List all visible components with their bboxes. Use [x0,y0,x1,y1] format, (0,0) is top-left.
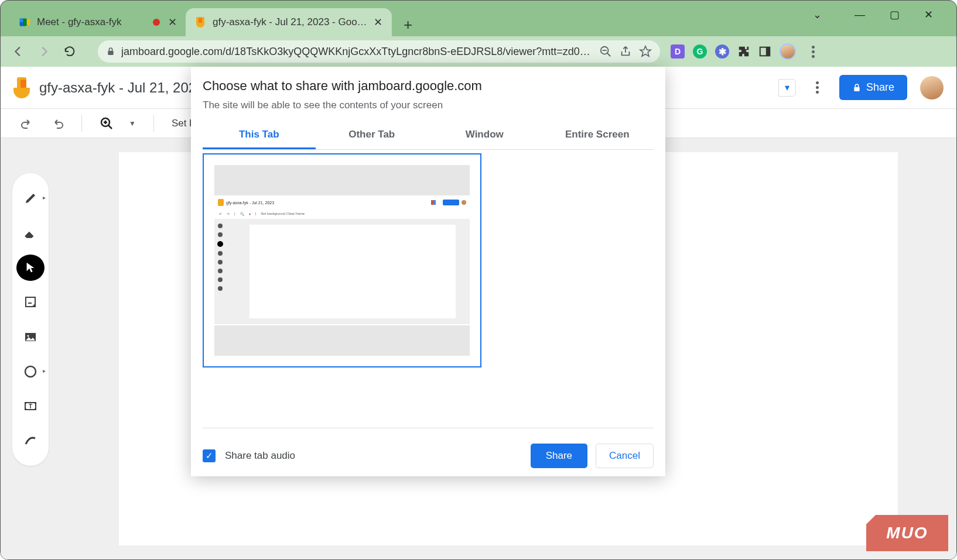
bookmark-star-icon[interactable] [639,45,652,58]
svg-rect-2 [20,22,23,26]
preview-area: gfy-asxa-fyk - Jul 21, 2023 ↶↷|🔍▾| Set b… [203,150,654,428]
share-audio-checkbox[interactable]: ✓ [203,449,216,462]
preview-body [214,219,470,324]
meet-favicon-icon [18,16,31,29]
svg-text:T: T [29,403,32,410]
dialog-cancel-button[interactable]: Cancel [596,444,654,468]
zoom-tool-icon[interactable] [100,116,114,130]
tab-title: gfy-asxa-fyk - Jul 21, 2023 - Goo… [213,16,367,28]
extensions-row: D G ✱ [671,43,822,60]
close-icon[interactable]: ✕ [924,8,933,21]
svg-rect-9 [854,87,859,91]
tab-window[interactable]: Window [428,122,541,149]
jamboard-favicon-icon [194,16,207,29]
svg-rect-22 [25,408,26,410]
tab-entire-screen[interactable]: Entire Screen [541,122,654,149]
svg-line-11 [108,125,112,129]
tab-other-tab[interactable]: Other Tab [316,122,429,149]
url-text: jamboard.google.com/d/18TsKkO3kyQQQWKKnj… [121,46,590,58]
preview-header: gfy-asxa-fyk - Jul 21, 2023 [214,197,470,208]
tab-close-icon[interactable]: ✕ [373,17,384,28]
lock-icon[interactable] [106,46,115,57]
muo-watermark: MUO [866,515,948,551]
zoom-icon[interactable] [599,45,612,58]
window-controls: ⌄ — ▢ ✕ [813,1,956,29]
tab-jamboard[interactable]: gfy-asxa-fyk - Jul 21, 2023 - Goo… ✕ [186,8,392,36]
dialog-footer: ✓ Share tab audio Share Cancel [203,428,654,468]
preview-title: gfy-asxa-fyk - Jul 21, 2023 [226,201,429,205]
ext-d-icon[interactable]: D [671,44,685,59]
minimize-icon[interactable]: — [855,9,865,21]
preview-card[interactable]: gfy-asxa-fyk - Jul 21, 2023 ↶↷|🔍▾| Set b… [203,153,481,367]
svg-rect-3 [108,51,113,55]
redo-icon[interactable] [50,116,64,130]
svg-point-18 [25,366,36,377]
svg-line-5 [607,53,611,57]
addr-actions [599,45,652,58]
jam-menu-icon[interactable] [809,81,826,94]
preview-logo-icon [218,199,224,206]
select-tool-icon[interactable] [16,255,45,281]
new-tab-button[interactable]: + [397,13,420,36]
extensions-puzzle-icon[interactable] [737,45,750,58]
pen-tool-icon[interactable]: ▸ [16,185,45,211]
laser-tool-icon[interactable] [16,428,45,454]
tab-this-tab[interactable]: This Tab [203,122,316,149]
share-page-icon[interactable] [619,45,632,58]
jam-title[interactable]: gfy-asxa-fyk - Jul 21, 202 [39,80,196,96]
side-toolbar: ▸ ▸ T [12,173,49,466]
tab-close-icon[interactable]: ✕ [167,17,177,28]
tab-title: Meet - gfy-asxa-fyk [37,16,147,28]
text-box-tool-icon[interactable]: T [16,393,45,420]
address-row: jamboard.google.com/d/18TsKkO3kyQQQWKKnj… [1,36,956,67]
side-panel-icon[interactable] [758,45,771,58]
eraser-tool-icon[interactable] [16,219,45,246]
ext-loom-icon[interactable]: ✱ [715,44,729,59]
svg-rect-1 [20,19,23,22]
tab-meet[interactable]: Meet - gfy-asxa-fyk ✕ [10,8,186,36]
preview-toolbar: ↶↷|🔍▾| Set background Clear frame [214,209,470,218]
dialog-title: Choose what to share with jamboard.googl… [203,78,654,94]
circle-tool-icon[interactable]: ▸ [16,358,45,384]
svg-rect-20 [25,402,26,404]
user-avatar-icon[interactable] [920,76,944,99]
address-bar[interactable]: jamboard.google.com/d/18TsKkO3kyQQQWKKnj… [98,40,660,63]
share-label: Share [866,81,894,94]
share-audio-label: Share tab audio [225,450,295,462]
zoom-dropdown-icon[interactable]: ▼ [129,119,136,128]
svg-rect-21 [35,402,36,404]
svg-rect-23 [35,408,36,410]
ext-grammarly-icon[interactable]: G [693,44,707,59]
preview-avatar-icon [462,200,466,205]
preview-toolbar-text: Set background Clear frame [261,212,305,215]
browser-menu-icon[interactable] [804,46,822,58]
share-button[interactable]: Share [839,75,907,100]
sticky-note-tool-icon[interactable] [16,289,45,315]
dialog-subtitle: The site will be able to see the content… [203,99,654,111]
preview-bottom-bar [214,325,470,356]
frame-dropdown-icon[interactable]: ▾ [778,79,796,97]
nav-reload-icon[interactable] [58,40,81,63]
nav-forward-icon[interactable] [32,40,56,63]
lock-icon [852,83,862,92]
window-chevron-icon[interactable]: ⌄ [813,8,830,21]
preview-share-button [443,200,459,205]
maximize-icon[interactable]: ▢ [890,8,900,21]
svg-point-17 [28,335,29,336]
browser-window: ⌄ — ▢ ✕ Meet - gfy-asxa-fyk ✕ gfy-asxa-f… [0,0,957,560]
profile-avatar-icon[interactable] [780,43,796,60]
recording-icon [153,19,160,26]
dialog-share-button[interactable]: Share [531,444,587,468]
svg-rect-8 [766,47,770,56]
dialog-tabs: This Tab Other Tab Window Entire Screen [203,122,654,150]
preview-top-bar [214,165,470,195]
image-tool-icon[interactable] [16,324,45,350]
undo-icon[interactable] [20,116,35,130]
share-dialog: Choose what to share with jamboard.googl… [191,67,665,476]
nav-back-icon[interactable] [6,40,30,63]
jamboard-logo-icon[interactable] [13,77,31,98]
